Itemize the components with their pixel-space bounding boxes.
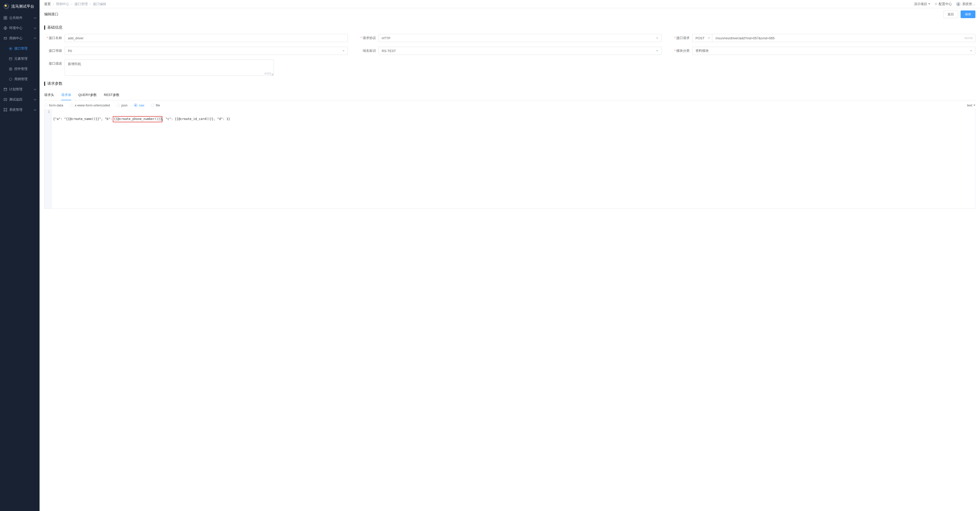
sidebar-item-test-track[interactable]: 测试追踪 bbox=[0, 94, 40, 105]
svg-rect-15 bbox=[4, 110, 5, 111]
topbar-right: 演示项目 配置中心 系统管… bbox=[914, 2, 975, 6]
protocol-value: HTTP bbox=[382, 36, 390, 40]
chevron-right-icon: › bbox=[53, 2, 54, 6]
doc-icon bbox=[9, 77, 12, 81]
name-input[interactable] bbox=[65, 34, 348, 42]
level-label: 接口等级 bbox=[44, 48, 62, 53]
editor-gutter: 1 bbox=[45, 109, 52, 209]
request-label: 接口请求 bbox=[672, 36, 690, 40]
topbar: 首页 › 用例中心 › 接口管理 › 接口编辑 演示项目 配置中心 bbox=[40, 0, 980, 8]
radio-dot-icon bbox=[134, 103, 137, 107]
radio-label: form-data bbox=[49, 103, 63, 107]
chevron-right-icon: › bbox=[71, 2, 72, 6]
page-title: 编辑接口 bbox=[44, 12, 59, 17]
code-text-prefix: {"a": "{{@create_name()}}", "b": bbox=[53, 117, 114, 121]
sidebar-item-label: 用例管理 bbox=[14, 77, 27, 81]
target-icon bbox=[9, 47, 12, 50]
editor-code[interactable]: {"a": "{{@create_name()}}", "b": {{@crea… bbox=[52, 109, 975, 209]
chevron-down-icon bbox=[656, 38, 658, 39]
chevron-down-icon bbox=[342, 50, 345, 52]
breadcrumb-home[interactable]: 首页 bbox=[44, 2, 51, 6]
sidebar-item-label: 控件管理 bbox=[14, 67, 27, 71]
chevron-down-icon bbox=[656, 50, 658, 52]
sidebar-item-widget-mgmt[interactable]: 控件管理 bbox=[0, 64, 40, 74]
radio-raw[interactable]: raw bbox=[134, 103, 144, 107]
section-basic-info: 基础信息 bbox=[44, 25, 975, 30]
svg-point-10 bbox=[9, 78, 12, 80]
content-type-value: text bbox=[967, 103, 972, 107]
breadcrumb-item: 接口编辑 bbox=[93, 2, 106, 6]
radio-file[interactable]: file bbox=[151, 103, 160, 107]
svg-rect-3 bbox=[6, 18, 7, 19]
domain-label: 域名标识 bbox=[358, 48, 376, 53]
sidebar-item-case-mgmt[interactable]: 用例管理 bbox=[0, 74, 40, 84]
svg-rect-16 bbox=[6, 110, 7, 111]
sidebar-item-label: 用例中心 bbox=[9, 36, 22, 41]
tab-body[interactable]: 请求体 bbox=[61, 90, 71, 100]
back-button[interactable]: 返回 bbox=[943, 11, 958, 18]
form-row-module: 模块分类 资料模块 bbox=[672, 47, 975, 55]
svg-rect-0 bbox=[4, 16, 5, 18]
sidebar-menu: 公共组件 环境中心 用例中心 接口管理 元素管理 bbox=[0, 13, 40, 115]
radio-dot-icon bbox=[151, 103, 154, 107]
caret-down-icon bbox=[974, 105, 975, 106]
tab-headers[interactable]: 请求头 bbox=[44, 90, 54, 100]
chevron-down-icon bbox=[708, 38, 710, 39]
breadcrumb-item[interactable]: 接口管理 bbox=[75, 2, 88, 6]
sidebar-item-plan-mgmt[interactable]: 计划管理 bbox=[0, 84, 40, 94]
radio-dot-icon bbox=[70, 103, 73, 107]
apps-icon bbox=[3, 108, 7, 111]
svg-rect-14 bbox=[6, 108, 7, 109]
sidebar-item-api-mgmt[interactable]: 接口管理 bbox=[0, 43, 40, 54]
main: 首页 › 用例中心 › 接口管理 › 接口编辑 演示项目 配置中心 bbox=[40, 0, 980, 511]
sidebar-item-label: 接口管理 bbox=[14, 46, 27, 51]
tab-rest[interactable]: REST参数 bbox=[104, 90, 119, 100]
logo-icon bbox=[3, 3, 9, 9]
method-value: POST bbox=[695, 36, 704, 40]
config-label: 配置中心 bbox=[939, 2, 952, 6]
line-number: 1 bbox=[45, 110, 50, 114]
breadcrumb-item[interactable]: 用例中心 bbox=[56, 2, 69, 6]
name-label: 接口名称 bbox=[44, 36, 62, 40]
sidebar-item-env-center[interactable]: 环境中心 bbox=[0, 23, 40, 33]
protocol-select[interactable]: HTTP bbox=[379, 34, 662, 42]
form-row-request: 接口请求 POST 36/200 bbox=[672, 34, 975, 42]
track-icon bbox=[3, 98, 7, 101]
radio-dot-icon bbox=[117, 103, 120, 107]
sidebar-item-sys-mgmt[interactable]: 系统管理 bbox=[0, 105, 40, 115]
chevron-right-icon: › bbox=[90, 2, 91, 6]
module-value: 资料模块 bbox=[695, 48, 709, 53]
radio-form-data[interactable]: form-data bbox=[44, 103, 63, 107]
param-tabs: 请求头 请求体 QUERY参数 REST参数 bbox=[44, 90, 975, 100]
sidebar-item-label: 环境中心 bbox=[9, 26, 22, 30]
caret-down-icon bbox=[928, 3, 930, 5]
project-selector[interactable]: 演示项目 bbox=[914, 2, 930, 6]
sidebar-item-case-center[interactable]: 用例中心 bbox=[0, 33, 40, 43]
desc-textarea[interactable] bbox=[65, 59, 274, 76]
save-button[interactable]: 保存 bbox=[961, 11, 975, 18]
radio-urlencoded[interactable]: x-www-form-urlencoded bbox=[70, 103, 110, 107]
content-type-select[interactable]: text bbox=[967, 103, 975, 107]
sidebar-item-element-mgmt[interactable]: 元素管理 bbox=[0, 54, 40, 64]
module-select[interactable]: 资料模块 bbox=[692, 47, 975, 55]
raw-body-editor[interactable]: 1 {"a": "{{@create_name()}}", "b": {{@cr… bbox=[44, 109, 975, 209]
puzzle-icon bbox=[9, 67, 12, 71]
method-select[interactable]: POST bbox=[692, 34, 712, 42]
svg-point-18 bbox=[958, 3, 959, 4]
code-text-highlight: {{@create_phone_number()}} bbox=[114, 117, 162, 121]
domain-select[interactable]: RS-TEST bbox=[379, 47, 662, 55]
radio-json[interactable]: json bbox=[117, 103, 127, 107]
sidebar-item-public-components[interactable]: 公共组件 bbox=[0, 13, 40, 23]
sidebar: 流马测试平台 公共组件 环境中心 用例中心 接口管理 bbox=[0, 0, 40, 511]
form-row-name: 接口名称 bbox=[44, 34, 348, 42]
sidebar-item-label: 元素管理 bbox=[14, 56, 27, 61]
user-menu[interactable]: 系统管… bbox=[956, 2, 975, 6]
protocol-label: 请求协议 bbox=[358, 36, 376, 40]
sidebar-item-label: 计划管理 bbox=[9, 87, 22, 92]
level-select[interactable]: P0 bbox=[65, 47, 348, 55]
config-center-link[interactable]: 配置中心 bbox=[934, 2, 952, 6]
url-char-count: 36/200 bbox=[964, 37, 973, 40]
radio-label: raw bbox=[139, 103, 144, 107]
tab-query[interactable]: QUERY参数 bbox=[78, 90, 97, 100]
url-input[interactable] bbox=[712, 34, 975, 42]
